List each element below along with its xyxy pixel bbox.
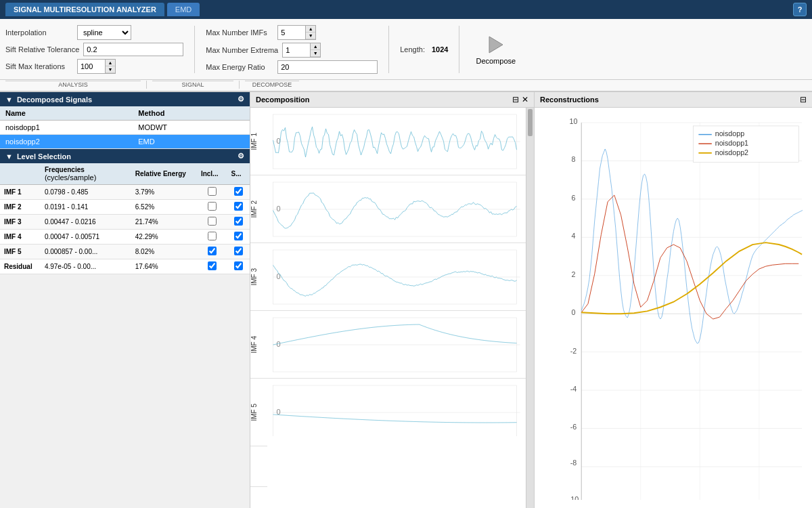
imf-plot-4: 0 [267,314,526,375]
level-include-2[interactable] [197,215,227,230]
chart-legend: noisdopp noisdopp1 noisdopp2 [694,126,799,163]
level-include-0[interactable] [197,185,227,200]
y-tick-n10: -10 [568,495,579,500]
imf-plot-5: 0 [267,382,526,443]
level-s-0[interactable] [227,185,250,200]
level-s-3[interactable] [227,230,250,245]
level-freq-2: 0.00447 - 0.0216 [41,215,131,230]
decompose-button[interactable]: Decompose [470,31,521,68]
sift-rel-tol-label: Sift Relative Tolerance [5,45,79,54]
sift-max-iter-input[interactable] [78,60,105,73]
length-row: Length: 1024 [400,45,448,54]
max-num-imfs-input[interactable] [278,26,305,39]
decomposition-dock-icon[interactable]: ⊟ [512,95,519,104]
imf-plot-2: 0 [267,179,526,240]
max-num-extrema-down[interactable]: ▼ [311,50,320,57]
section-divider-1 [146,81,147,89]
max-num-imfs-up[interactable]: ▲ [306,26,315,33]
level-energy-3: 42.29% [131,230,197,245]
analysis-section: Interpolation spline Sift Relative Toler… [5,25,183,74]
imf-label-2: IMF 2 [250,198,267,221]
sift-max-iter-spinner[interactable]: ▲ ▼ [77,59,116,74]
level-selection-settings-icon[interactable]: ⚙ [238,152,244,161]
max-num-extrema-input[interactable] [283,43,310,57]
decomposed-signals-collapse[interactable]: ▼ [5,96,13,104]
decompose-section-label: DECOMPOSE [245,81,299,88]
level-name-1: IMF 2 [0,200,41,215]
level-s-5[interactable] [227,259,250,274]
signal-method-1: EMD [133,135,250,149]
signal-method-0: MODWT [133,121,250,135]
max-num-imfs-down[interactable]: ▼ [306,33,315,39]
interpolation-select[interactable]: spline [77,25,131,40]
s-col-header: S... [227,163,250,185]
sift-max-iter-row: Sift Max Iterations ▲ ▼ [5,59,183,74]
scroll-thumb[interactable] [528,109,533,136]
level-row-4: IMF 5 0.000857 - 0.00... 8.02% [0,245,250,259]
right-panel: Reconstructions ⊟ 10 8 6 4 2 0 -2 -4 -6 [535,92,812,508]
sift-max-iter-down[interactable]: ▼ [106,66,115,73]
level-include-4[interactable] [197,245,227,259]
tab-emd[interactable]: EMD [167,3,200,16]
level-include-5[interactable] [197,259,227,274]
y-tick-10: 10 [570,117,578,125]
help-button[interactable]: ? [793,3,807,16]
level-include-1[interactable] [197,200,227,215]
max-num-imfs-arrows: ▲ ▼ [305,26,315,39]
level-row-2: IMF 3 0.00447 - 0.0216 21.74% [0,215,250,230]
signal-section-label: SIGNAL [152,81,233,88]
max-num-imfs-spinner[interactable]: ▲ ▼ [277,25,316,40]
level-selection-section: ▼ Level Selection ⚙ Frequencies(cycles/s… [0,149,250,508]
y-tick-n2: -2 [570,347,577,355]
level-row-1: IMF 2 0.0191 - 0.141 6.52% [0,200,250,215]
max-num-imfs-label: Max Number IMFs [206,28,273,37]
reconstructions-header: Reconstructions ⊟ [535,92,812,108]
sift-rel-tol-input[interactable] [83,43,183,56]
imf-scrollbar[interactable] [526,108,534,508]
y-tick-8: 8 [572,155,576,163]
max-num-extrema-row: Max Number Extrema ▲ ▼ [206,43,378,58]
sift-max-iter-label: Sift Max Iterations [5,62,73,70]
decomposed-signal-row-0[interactable]: noisdopp1MODWT [0,121,250,135]
decompose-icon [485,34,507,56]
legend-noisdopp1-label: noisdopp1 [715,139,748,147]
y-tick-n6: -6 [570,423,577,431]
y-tick-0: 0 [572,308,576,316]
level-s-1[interactable] [227,200,250,215]
imf-plot-1: 0 [267,111,526,172]
level-name-2: IMF 3 [0,215,41,230]
decomposed-signals-header: ▼ Decomposed Signals ⚙ [0,92,250,106]
decomposed-signal-row-1[interactable]: noisdopp2EMD [0,135,250,149]
max-num-extrema-label: Max Number Extrema [206,46,278,54]
max-energy-ratio-row: Max Energy Ratio [206,60,378,74]
length-label: Length: [400,45,425,54]
y-tick-n4: -4 [570,385,577,393]
level-include-3[interactable] [197,230,227,245]
level-selection-collapse[interactable]: ▼ [5,152,13,161]
max-energy-ratio-label: Max Energy Ratio [206,63,273,71]
level-col-header [0,163,41,185]
title-bar: SIGNAL MULTIRESOLUTION ANALYZER EMD ? [0,0,812,19]
y-tick-6: 6 [572,194,576,202]
imf-row-4: IMF 40 [250,311,526,379]
imf-svg-5: 0 [267,382,526,443]
y-tick-n8: -8 [570,459,577,467]
max-num-extrema-spinner[interactable]: ▲ ▼ [282,43,321,58]
imf-label-1: IMF 1 [250,130,267,153]
level-s-4[interactable] [227,245,250,259]
imf-label-3: IMF 3 [250,266,267,289]
decomposition-close-icon[interactable]: ✕ [522,95,528,104]
decomposed-signals-settings-icon[interactable]: ⚙ [238,95,244,104]
max-num-extrema-up[interactable]: ▲ [311,43,320,50]
tab-signal-analyzer[interactable]: SIGNAL MULTIRESOLUTION ANALYZER [5,3,164,16]
level-s-2[interactable] [227,215,250,230]
chart-area: 10 8 6 4 2 0 -2 -4 -6 -8 -10 [535,108,812,508]
max-energy-ratio-input[interactable] [277,60,378,74]
reconstructions-dock-icon[interactable]: ⊟ [800,95,807,104]
level-selection-table: Frequencies(cycles/sample) Relative Ener… [0,163,250,274]
imf-row-1: IMF 10 [250,108,526,175]
imf-plot-3: 0 [267,247,526,308]
include-col-header: Incl... [197,163,227,185]
level-row-5: Residual 4.97e-05 - 0.00... 17.64% [0,259,250,274]
sift-max-iter-up[interactable]: ▲ [106,60,115,66]
